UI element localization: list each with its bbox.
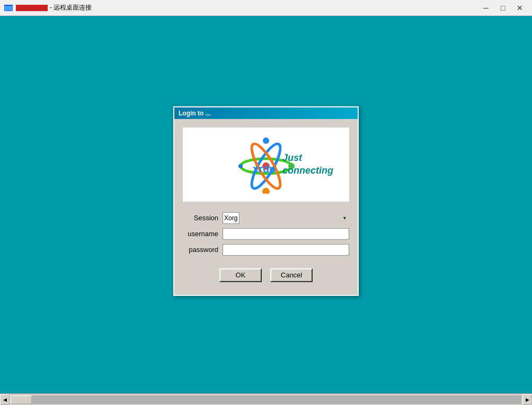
password-input[interactable]: [223, 244, 349, 255]
ok-button[interactable]: OK: [219, 268, 262, 282]
svg-point-9: [263, 137, 269, 143]
xrdp-tagline: Just connecting: [282, 152, 333, 177]
svg-text:xrdp: xrdp: [253, 163, 276, 174]
xrdp-logo-area: xrdp Just connecting: [183, 127, 349, 201]
horizontal-scrollbar: ◀ ▶: [0, 393, 532, 405]
username-label: username: [183, 230, 223, 238]
svg-point-8: [238, 164, 243, 168]
svg-rect-1: [5, 5, 12, 11]
minimize-button[interactable]: ─: [478, 3, 494, 13]
svg-rect-2: [4, 5, 13, 6]
scroll-track[interactable]: [11, 395, 521, 404]
svg-point-10: [262, 187, 270, 193]
session-select[interactable]: Xorg: [223, 212, 240, 223]
maximize-button[interactable]: □: [495, 3, 511, 13]
session-label: Session: [183, 214, 223, 222]
dialog-body: xrdp Just connecting Session Xorg userna…: [174, 119, 358, 294]
login-dialog: Login to ...: [173, 106, 359, 295]
dialog-titlebar: Login to ...: [174, 107, 358, 119]
session-row: Session Xorg: [183, 212, 349, 223]
scroll-left-button[interactable]: ◀: [0, 394, 10, 405]
redacted-hostname: [16, 5, 48, 11]
window-controls: ─ □ ✕: [478, 3, 528, 13]
cancel-button[interactable]: Cancel: [270, 268, 313, 282]
close-button[interactable]: ✕: [512, 3, 528, 13]
scroll-thumb[interactable]: [11, 395, 32, 404]
dialog-title: Login to ...: [179, 109, 211, 116]
username-row: username: [183, 228, 349, 239]
title-bar: - 远程桌面连接 ─ □ ✕: [0, 0, 532, 16]
button-row: OK Cancel: [183, 268, 349, 282]
password-label: password: [183, 246, 223, 254]
scroll-right-button[interactable]: ▶: [522, 394, 532, 405]
app-icon: [4, 4, 13, 12]
window-title: - 远程桌面连接: [50, 3, 478, 12]
session-select-wrapper: Xorg: [223, 212, 349, 223]
username-input[interactable]: [223, 228, 349, 239]
remote-desktop-area: Login to ...: [0, 16, 532, 393]
password-row: password: [183, 244, 349, 255]
